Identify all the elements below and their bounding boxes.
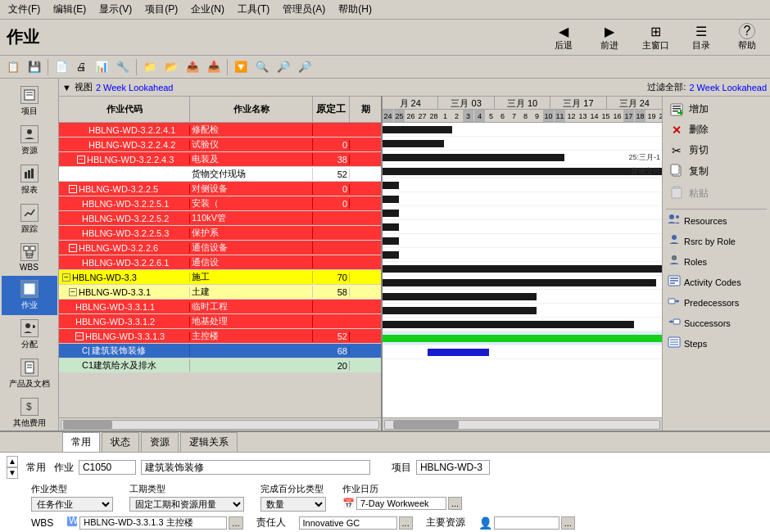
add-button[interactable]: 增加	[666, 100, 767, 119]
table-row[interactable]: HBLNG-WD-3.3.1.2 地基处理	[59, 314, 381, 329]
gantt-row[interactable]	[383, 290, 662, 304]
duration-type-select[interactable]: 固定工期和资源用量	[129, 497, 244, 512]
collapse-icon-2[interactable]: −	[69, 185, 77, 193]
gantt-row[interactable]	[383, 262, 662, 276]
toolbar-filter-btn[interactable]: 🔽	[231, 59, 251, 74]
forward-button[interactable]: ▶ 前进	[593, 24, 626, 52]
copy-button[interactable]: 复制	[666, 161, 767, 182]
gantt-row[interactable]	[383, 123, 662, 137]
toolbar-btn-9[interactable]: 📤	[183, 59, 202, 74]
toolbar-btn-4[interactable]: 🖨	[73, 59, 90, 74]
activity-id-field[interactable]	[79, 460, 136, 475]
roles-btn[interactable]: Roles	[666, 252, 767, 271]
toolbar-btn-7[interactable]: 📁	[140, 59, 160, 74]
resources-section-btn[interactable]: Resources	[666, 211, 767, 230]
tab-status[interactable]: 状态	[102, 432, 139, 452]
gantt-row[interactable]	[383, 220, 662, 234]
gantt-row[interactable]	[383, 248, 662, 262]
pct-type-select[interactable]: 数量	[260, 497, 326, 512]
menu-edit[interactable]: 编辑(E)	[50, 2, 89, 17]
table-row[interactable]: HBLNG-WD-3.2.2.4.2 试验仪 0	[59, 138, 381, 152]
project-id-field[interactable]	[416, 460, 490, 475]
rsrc-by-role-btn[interactable]: Rsrc by Role	[666, 232, 767, 250]
resource-browse-btn[interactable]: ...	[561, 516, 575, 530]
gantt-row[interactable]	[383, 192, 662, 206]
table-row[interactable]: C1建筑给水及排水 20	[59, 358, 381, 373]
table-row[interactable]: − HBLNG-WD-3.3.1 土建 58	[59, 285, 381, 300]
hscroll-track[interactable]	[61, 420, 379, 430]
menu-project[interactable]: 项目(P)	[142, 2, 181, 17]
wbs-field[interactable]	[79, 516, 227, 530]
table-row[interactable]: − HBLNG-WD-3.3 施工 70	[59, 270, 381, 285]
toolbar-btn-3[interactable]: 📄	[52, 59, 71, 74]
table-row[interactable]: HBLNG-WD-3.2.2.5.2 110kV管	[59, 211, 381, 226]
gantt-row[interactable]	[383, 206, 662, 220]
responsible-field[interactable]	[299, 516, 397, 530]
collapse-icon-3[interactable]: −	[69, 244, 77, 252]
menu-admin[interactable]: 管理员(A)	[279, 2, 328, 17]
table-row[interactable]: − HBLNG-WD-3.2.2.5 对侧设备 0	[59, 182, 381, 196]
toolbar-btn-2[interactable]: 💾	[25, 59, 44, 74]
table-row[interactable]: HBLNG-WD-3.3.1.1 临时工程	[59, 300, 381, 314]
calendar-browse-btn[interactable]: ...	[448, 497, 462, 510]
table-row[interactable]: HBLNG-WD-3.2.2.5.3 保护系	[59, 226, 381, 241]
table-row[interactable]: HBLNG-WD-3.2.2.6.1 通信设	[59, 255, 381, 270]
view-dropdown-icon[interactable]: ▼	[62, 83, 71, 92]
gantt-row[interactable]	[383, 318, 662, 331]
toolbar-zoom-in-btn[interactable]: 🔎	[274, 59, 293, 74]
gantt-row[interactable]	[383, 304, 662, 318]
table-row[interactable]: HBLNG-WD-3.2.2.5.1 安装（ 0	[59, 196, 381, 211]
gantt-hscroll[interactable]	[383, 417, 662, 431]
toolbar-btn-1[interactable]: 📋	[3, 59, 23, 74]
hscroll-thumb[interactable]	[63, 421, 112, 429]
gantt-hscroll-track[interactable]	[384, 420, 660, 430]
catalog-button[interactable]: ☰ 目录	[685, 24, 718, 52]
back-button[interactable]: ◀ 后退	[547, 24, 580, 52]
table-row[interactable]: − HBLNG-WD-3.3.1.3 主控楼 52	[59, 329, 381, 344]
main-window-button[interactable]: ⊞ 主窗口	[639, 24, 672, 52]
sidebar-item-activities[interactable]: 作业	[2, 276, 57, 315]
help-button[interactable]: ? 帮助	[731, 23, 763, 52]
table-row[interactable]: 货物交付现场 52	[59, 167, 381, 182]
gantt-row[interactable]	[383, 178, 662, 192]
toolbar-btn-10[interactable]: 📥	[204, 59, 224, 74]
sidebar-item-tracking[interactable]: 跟踪	[2, 200, 57, 239]
collapse-icon[interactable]: −	[77, 156, 85, 164]
delete-button[interactable]: ✕ 删除	[666, 120, 767, 139]
sidebar-item-resources[interactable]: 资源	[2, 121, 57, 160]
gantt-row[interactable]	[383, 331, 662, 345]
menu-tools[interactable]: 工具(T)	[234, 2, 273, 17]
responsible-browse-btn[interactable]: ...	[399, 516, 413, 530]
activity-codes-btn[interactable]: Activity Codes	[666, 273, 767, 291]
tab-common[interactable]: 常用	[62, 432, 100, 452]
primary-resource-field[interactable]	[494, 516, 559, 530]
gantt-row[interactable]	[383, 234, 662, 248]
sidebar-item-expenses[interactable]: $ 其他费用	[2, 394, 57, 431]
menu-file[interactable]: 文件(F)	[5, 2, 43, 17]
sidebar-item-reports[interactable]: 报表	[2, 160, 57, 200]
collapse-icon-5[interactable]: −	[69, 288, 77, 296]
activity-name-field[interactable]	[141, 460, 370, 475]
successors-btn[interactable]: Successors	[666, 313, 767, 332]
sidebar-item-project[interactable]: 项目	[2, 82, 57, 121]
activity-type-select[interactable]: 任务作业	[31, 497, 113, 512]
nav-up[interactable]: ▲	[7, 456, 18, 467]
tab-logic[interactable]: 逻辑关系	[180, 432, 238, 452]
gantt-row[interactable]	[383, 345, 662, 359]
table-row[interactable]: HBLNG-WD-3.2.2.4.1 修配检	[59, 123, 381, 138]
selected-activity-row[interactable]: C| 建筑装饰装修 68	[59, 344, 381, 358]
sidebar-item-assignments[interactable]: 分配	[2, 315, 57, 354]
gantt-row[interactable]: 25:三月-1	[383, 151, 662, 165]
menu-help[interactable]: 帮助(H)	[335, 2, 375, 17]
nav-down[interactable]: ▼	[7, 467, 18, 479]
table-row[interactable]: − HBLNG-WD-3.2.2.6 通信设备	[59, 241, 381, 255]
table-hscroll[interactable]	[59, 417, 381, 431]
tab-resources[interactable]: 资源	[141, 432, 179, 452]
toolbar-zoom-out-btn[interactable]: 🔎	[295, 59, 315, 74]
paste-button[interactable]: 粘贴	[666, 183, 767, 204]
wbs-browse-btn[interactable]: ...	[229, 516, 242, 530]
gantt-row[interactable]	[383, 137, 662, 151]
cut-button[interactable]: ✂ 剪切	[666, 141, 767, 160]
sidebar-item-wbs[interactable]: WBS	[2, 239, 57, 276]
menu-enterprise[interactable]: 企业(N)	[188, 2, 228, 17]
